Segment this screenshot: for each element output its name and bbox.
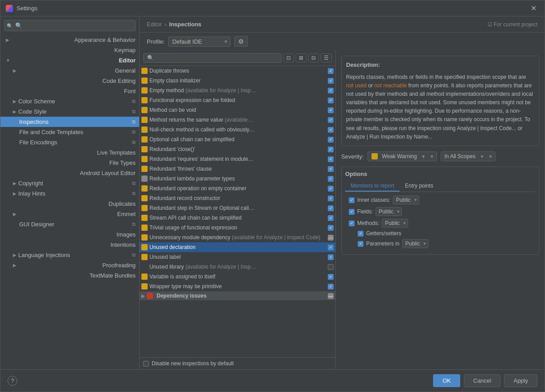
parameters-select[interactable]: Public bbox=[402, 239, 429, 248]
insp-check-empty-class-initializer[interactable] bbox=[328, 78, 334, 84]
insp-check-stream-api[interactable] bbox=[328, 215, 334, 221]
insp-wrapper-type[interactable]: Wrapper type may be primitive bbox=[140, 282, 335, 291]
breadcrumb-for-project[interactable]: ☑ For current project bbox=[487, 21, 537, 28]
insp-empty-method[interactable]: Empty method (available for Analyze | In… bbox=[140, 86, 335, 95]
expand-button[interactable]: ⊞ bbox=[296, 53, 306, 62]
fields-select[interactable]: Public bbox=[376, 207, 402, 216]
profile-gear-button[interactable]: ⚙ bbox=[234, 36, 248, 47]
insp-unused-declaration[interactable]: Unused declaration bbox=[140, 242, 335, 252]
close-button[interactable]: ✕ bbox=[528, 3, 539, 13]
profile-select[interactable]: Default IDE bbox=[168, 37, 231, 47]
insp-null-check[interactable]: Null-check method is called with obvious… bbox=[140, 125, 335, 135]
sidebar-item-color-scheme[interactable]: ▶ Color Scheme ⧉ bbox=[0, 96, 139, 106]
insp-check-redundant-op[interactable] bbox=[328, 186, 334, 192]
sidebar-item-appearance[interactable]: ▶ Appearance & Behavior bbox=[0, 35, 139, 45]
sidebar-search-input[interactable] bbox=[4, 20, 136, 31]
sidebar-item-file-types[interactable]: File Types bbox=[0, 158, 139, 168]
insp-check-method-same-value[interactable] bbox=[328, 117, 334, 123]
insp-optional-chain[interactable]: Optional call chain can be simplified bbox=[140, 135, 335, 144]
cancel-button[interactable]: Cancel bbox=[464, 374, 500, 387]
scope-select[interactable]: In All Scopes ▼ bbox=[441, 151, 495, 161]
sidebar-item-textmate-bundles[interactable]: TextMate Bundles bbox=[0, 270, 139, 281]
severity-select[interactable]: Weak Warning ▼ bbox=[367, 151, 437, 161]
insp-unused-library[interactable]: Unused library (available for Analyze | … bbox=[140, 262, 335, 272]
insp-check-redundant-close[interactable] bbox=[328, 147, 334, 152]
menu-button[interactable]: ☰ bbox=[321, 53, 332, 62]
insp-stream-api[interactable]: Stream API call chain can be simplified bbox=[140, 213, 335, 223]
sidebar-item-code-editing[interactable]: Code Editing bbox=[0, 76, 139, 86]
insp-method-void[interactable]: Method can be void bbox=[140, 105, 335, 115]
insp-check-wrapper-type[interactable] bbox=[328, 284, 334, 290]
insp-variable-assigned[interactable]: Variable is assigned to itself bbox=[140, 272, 335, 282]
sidebar-item-keymap[interactable]: Keymap bbox=[0, 45, 139, 55]
checkbox-inner-classes[interactable] bbox=[349, 197, 355, 203]
insp-check-optional-chain[interactable] bbox=[328, 137, 334, 143]
insp-unnecessary-module[interactable]: Unnecessary module dependency (available… bbox=[140, 233, 335, 242]
insp-check-redundant-requires[interactable] bbox=[328, 156, 334, 162]
insp-check-unused-label[interactable] bbox=[328, 254, 334, 260]
tab-entry-points[interactable]: Entry points bbox=[400, 181, 438, 192]
disable-checkbox[interactable] bbox=[143, 361, 149, 367]
checkbox-fields[interactable] bbox=[349, 209, 355, 215]
insp-check-unused-library[interactable] bbox=[328, 264, 334, 270]
filter-button[interactable]: ⊡ bbox=[283, 53, 294, 62]
sidebar-item-file-code-templates[interactable]: File and Code Templates ⧉ bbox=[0, 127, 139, 137]
insp-trivial-functional[interactable]: Trivial usage of functional expression bbox=[140, 223, 335, 233]
sidebar-item-inlay-hints[interactable]: ▶ Inlay Hints ⧉ bbox=[0, 188, 139, 199]
insp-redundant-op[interactable]: Redundant operation on empty container bbox=[140, 184, 335, 193]
insp-check-empty-method[interactable] bbox=[328, 88, 334, 94]
checkbox-getters-setters[interactable] bbox=[358, 231, 363, 237]
sidebar-item-duplicates[interactable]: Duplicates bbox=[0, 199, 139, 209]
apply-button[interactable]: Apply bbox=[504, 374, 537, 387]
insp-check-trivial-functional[interactable] bbox=[328, 225, 334, 231]
insp-redundant-record[interactable]: Redundant record constructor bbox=[140, 193, 335, 203]
insp-check-null-check[interactable] bbox=[328, 127, 334, 133]
insp-redundant-lambda[interactable]: Redundant lambda parameter types bbox=[140, 174, 335, 184]
sidebar-item-general[interactable]: ▶ General bbox=[0, 65, 139, 76]
insp-check-duplicate-throws[interactable] bbox=[328, 68, 334, 74]
sidebar-item-editor[interactable]: ▼ Editor bbox=[0, 55, 139, 65]
section-dependency-issues[interactable]: ▶ Dependency issues — bbox=[140, 291, 335, 300]
inner-classes-select[interactable]: Public bbox=[393, 196, 419, 204]
inspection-search-input[interactable] bbox=[143, 53, 281, 63]
sidebar-item-inspections[interactable]: Inspections ⧉ bbox=[0, 117, 139, 127]
sidebar-item-code-style[interactable]: ▶ Code Style ⧉ bbox=[0, 106, 139, 117]
checkbox-parameters[interactable] bbox=[358, 241, 363, 247]
insp-check-method-void[interactable] bbox=[328, 107, 334, 113]
section-check-dependency[interactable]: — bbox=[328, 293, 334, 299]
ok-button[interactable]: OK bbox=[433, 374, 460, 387]
insp-check-redundant-record[interactable] bbox=[328, 196, 334, 201]
insp-check-functional-expr[interactable] bbox=[328, 98, 334, 103]
insp-method-same-value[interactable]: Method returns the same value (available… bbox=[140, 115, 335, 125]
methods-select[interactable]: Public bbox=[382, 219, 408, 228]
insp-check-unnecessary-module[interactable] bbox=[328, 235, 334, 241]
insp-functional-expr[interactable]: Functional expression can be folded bbox=[140, 95, 335, 105]
insp-check-unused-declaration[interactable] bbox=[328, 245, 334, 250]
collapse-button[interactable]: ⊟ bbox=[308, 53, 319, 62]
insp-redundant-close[interactable]: Redundant 'close()' bbox=[140, 144, 335, 154]
insp-check-redundant-lambda[interactable] bbox=[328, 176, 334, 182]
sidebar-item-language-injections[interactable]: ▶ Language Injections ⧉ bbox=[0, 250, 139, 260]
help-button[interactable]: ? bbox=[8, 376, 17, 386]
insp-empty-class-initializer[interactable]: Empty class initializer bbox=[140, 76, 335, 86]
insp-check-redundant-throws[interactable] bbox=[328, 166, 334, 172]
sidebar-item-images[interactable]: Images bbox=[0, 229, 139, 240]
sidebar-item-android-layout-editor[interactable]: Android Layout Editor bbox=[0, 168, 139, 178]
insp-redundant-throws[interactable]: Redundant 'throws' clause bbox=[140, 164, 335, 174]
sidebar-item-proofreading[interactable]: ▶ Proofreading bbox=[0, 260, 139, 270]
sidebar-item-font[interactable]: Font bbox=[0, 86, 139, 96]
insp-redundant-step[interactable]: Redundant step in Stream or Optional cal… bbox=[140, 203, 335, 213]
insp-check-redundant-step[interactable] bbox=[328, 205, 334, 211]
insp-redundant-requires[interactable]: Redundant 'requires' statement in module… bbox=[140, 154, 335, 164]
sidebar-item-intentions[interactable]: Intentions bbox=[0, 240, 139, 250]
sidebar-item-emmet[interactable]: ▶ Emmet bbox=[0, 209, 139, 219]
sidebar-item-gui-designer[interactable]: GUI Designer ⧉ bbox=[0, 219, 139, 229]
sidebar-item-live-templates[interactable]: Live Templates bbox=[0, 147, 139, 158]
sidebar-item-file-encodings[interactable]: File Encodings ⧉ bbox=[0, 137, 139, 147]
insp-check-variable-assigned[interactable] bbox=[328, 274, 334, 280]
tab-members-to-report[interactable]: Members to report bbox=[345, 181, 400, 192]
checkbox-methods[interactable] bbox=[349, 220, 355, 226]
sidebar-item-copyright[interactable]: ▶ Copyright ⧉ bbox=[0, 178, 139, 188]
insp-unused-label[interactable]: Unused label bbox=[140, 252, 335, 262]
insp-duplicate-throws[interactable]: Duplicate throws bbox=[140, 66, 335, 76]
